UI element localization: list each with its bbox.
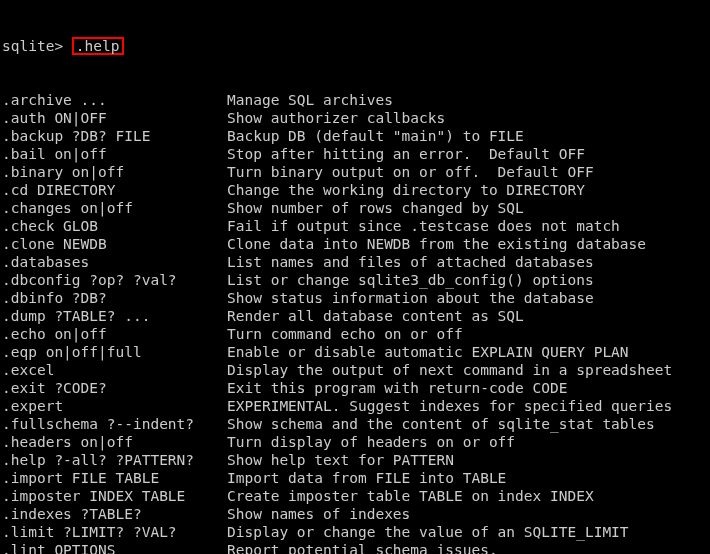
- help-command: .exit ?CODE?: [2, 379, 227, 397]
- help-row: .clone NEWDBClone data into NEWDB from t…: [2, 235, 710, 253]
- help-description: Report potential schema issues.: [227, 542, 498, 554]
- help-description: Show status information about the databa…: [227, 290, 594, 306]
- help-description: Enable or disable automatic EXPLAIN QUER…: [227, 344, 629, 360]
- help-command: .fullschema ?--indent?: [2, 415, 227, 433]
- help-row: .indexes ?TABLE?Show names of indexes: [2, 505, 710, 523]
- help-command: .help ?-all? ?PATTERN?: [2, 451, 227, 469]
- help-description: Exit this program with return-code CODE: [227, 380, 567, 396]
- help-description: Show number of rows changed by SQL: [227, 200, 524, 216]
- help-description: Change the working directory to DIRECTOR…: [227, 182, 585, 198]
- help-row: .import FILE TABLEImport data from FILE …: [2, 469, 710, 487]
- help-row: .check GLOBFail if output since .testcas…: [2, 217, 710, 235]
- help-command: .headers on|off: [2, 433, 227, 451]
- help-command: .excel: [2, 361, 227, 379]
- help-command: .check GLOB: [2, 217, 227, 235]
- help-description: Fail if output since .testcase does not …: [227, 218, 620, 234]
- help-command: .clone NEWDB: [2, 235, 227, 253]
- typed-command-highlight: .help: [72, 37, 124, 55]
- help-row: .lint OPTIONSReport potential schema iss…: [2, 541, 710, 554]
- help-row: .dbinfo ?DB?Show status information abou…: [2, 289, 710, 307]
- help-description: Show names of indexes: [227, 506, 410, 522]
- help-description: Turn binary output on or off. Default OF…: [227, 164, 594, 180]
- help-description: Backup DB (default "main") to FILE: [227, 128, 524, 144]
- help-row: .limit ?LIMIT? ?VAL?Display or change th…: [2, 523, 710, 541]
- help-command: .dbconfig ?op? ?val?: [2, 271, 227, 289]
- help-command: .indexes ?TABLE?: [2, 505, 227, 523]
- help-command: .dbinfo ?DB?: [2, 289, 227, 307]
- help-description: Show authorizer callbacks: [227, 110, 445, 126]
- help-row: .backup ?DB? FILEBackup DB (default "mai…: [2, 127, 710, 145]
- help-row: .expertEXPERIMENTAL. Suggest indexes for…: [2, 397, 710, 415]
- help-command: .import FILE TABLE: [2, 469, 227, 487]
- help-command: .bail on|off: [2, 145, 227, 163]
- help-description: Show schema and the content of sqlite_st…: [227, 416, 655, 432]
- help-description: Import data from FILE into TABLE: [227, 470, 506, 486]
- help-description: EXPERIMENTAL. Suggest indexes for specif…: [227, 398, 672, 414]
- help-row: .archive ...Manage SQL archives: [2, 91, 710, 109]
- help-command: .eqp on|off|full: [2, 343, 227, 361]
- help-command: .imposter INDEX TABLE: [2, 487, 227, 505]
- help-command: .changes on|off: [2, 199, 227, 217]
- help-row: .exit ?CODE?Exit this program with retur…: [2, 379, 710, 397]
- help-command: .limit ?LIMIT? ?VAL?: [2, 523, 227, 541]
- help-description: Turn display of headers on or off: [227, 434, 515, 450]
- help-row: .fullschema ?--indent?Show schema and th…: [2, 415, 710, 433]
- help-command: .echo on|off: [2, 325, 227, 343]
- help-row: .eqp on|off|fullEnable or disable automa…: [2, 343, 710, 361]
- help-row: .bail on|offStop after hitting an error.…: [2, 145, 710, 163]
- help-description: Turn command echo on or off: [227, 326, 463, 342]
- help-description: Display or change the value of an SQLITE…: [227, 524, 629, 540]
- help-description: Clone data into NEWDB from the existing …: [227, 236, 646, 252]
- help-row: .auth ON|OFFShow authorizer callbacks: [2, 109, 710, 127]
- help-description: List names and files of attached databas…: [227, 254, 594, 270]
- help-command: .expert: [2, 397, 227, 415]
- help-row: .dump ?TABLE? ...Render all database con…: [2, 307, 710, 325]
- sqlite-prompt: sqlite>: [2, 37, 72, 55]
- help-description: Render all database content as SQL: [227, 308, 524, 324]
- help-row: .imposter INDEX TABLECreate imposter tab…: [2, 487, 710, 505]
- help-output: .archive ...Manage SQL archives.auth ON|…: [2, 91, 710, 554]
- help-command: .dump ?TABLE? ...: [2, 307, 227, 325]
- help-command: .cd DIRECTORY: [2, 181, 227, 199]
- help-description: List or change sqlite3_db_config() optio…: [227, 272, 594, 288]
- help-description: Show help text for PATTERN: [227, 452, 454, 468]
- help-row: .excelDisplay the output of next command…: [2, 361, 710, 379]
- help-command: .auth ON|OFF: [2, 109, 227, 127]
- help-row: .changes on|offShow number of rows chang…: [2, 199, 710, 217]
- help-row: .binary on|offTurn binary output on or o…: [2, 163, 710, 181]
- help-command: .binary on|off: [2, 163, 227, 181]
- help-command: .databases: [2, 253, 227, 271]
- help-command: .lint OPTIONS: [2, 541, 227, 554]
- prompt-line: sqlite> .help: [2, 37, 710, 55]
- terminal-output[interactable]: sqlite> .help .archive ...Manage SQL arc…: [0, 0, 710, 554]
- help-row: .dbconfig ?op? ?val?List or change sqlit…: [2, 271, 710, 289]
- help-row: .echo on|offTurn command echo on or off: [2, 325, 710, 343]
- help-row: .cd DIRECTORYChange the working director…: [2, 181, 710, 199]
- help-description: Manage SQL archives: [227, 92, 393, 108]
- help-row: .databasesList names and files of attach…: [2, 253, 710, 271]
- help-description: Stop after hitting an error. Default OFF: [227, 146, 585, 162]
- help-description: Create imposter table TABLE on index IND…: [227, 488, 594, 504]
- help-description: Display the output of next command in a …: [227, 362, 672, 378]
- help-command: .backup ?DB? FILE: [2, 127, 227, 145]
- help-row: .help ?-all? ?PATTERN?Show help text for…: [2, 451, 710, 469]
- help-command: .archive ...: [2, 91, 227, 109]
- help-row: .headers on|offTurn display of headers o…: [2, 433, 710, 451]
